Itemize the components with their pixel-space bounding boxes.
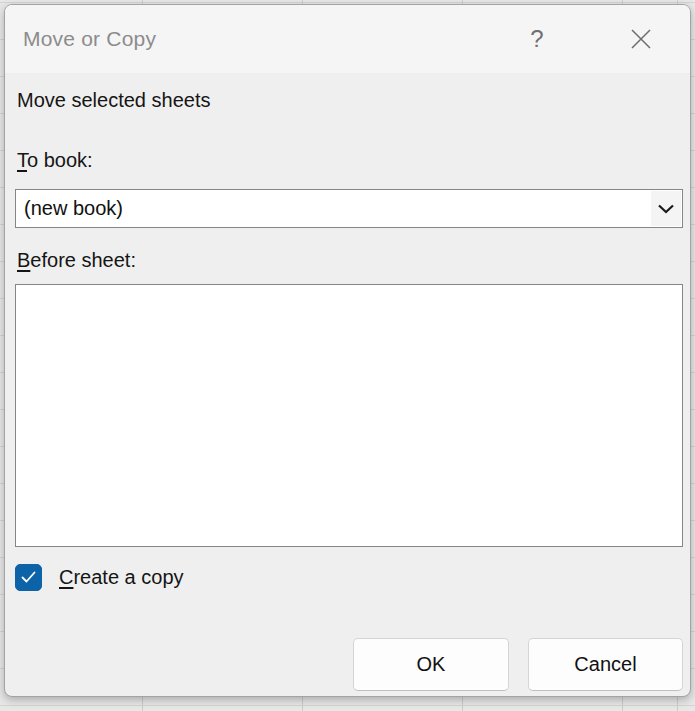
title-bar: Move or Copy ?	[5, 5, 690, 73]
move-or-copy-dialog: Move or Copy ? Move selected sheets To b…	[4, 4, 691, 697]
close-button[interactable]	[615, 17, 667, 61]
to-book-dropdown-button[interactable]	[651, 191, 681, 226]
create-copy-checkbox[interactable]	[15, 564, 42, 591]
checkmark-icon	[21, 571, 36, 583]
before-sheet-listbox[interactable]	[15, 284, 683, 547]
help-icon: ?	[530, 25, 543, 53]
to-book-combobox[interactable]: (new book)	[15, 189, 683, 228]
cancel-button[interactable]: Cancel	[528, 638, 683, 691]
dialog-title: Move or Copy	[23, 5, 156, 73]
ok-button[interactable]: OK	[353, 638, 509, 691]
to-book-selected-value: (new book)	[24, 190, 123, 227]
close-icon	[628, 26, 654, 52]
chevron-down-icon	[658, 204, 674, 214]
to-book-label: To book:	[17, 149, 93, 172]
create-copy-label: Create a copy	[59, 566, 184, 589]
before-sheet-label: Before sheet:	[17, 249, 136, 272]
create-copy-checkbox-row[interactable]: Create a copy	[15, 562, 184, 592]
help-button[interactable]: ?	[515, 17, 559, 61]
dialog-description: Move selected sheets	[17, 89, 210, 112]
